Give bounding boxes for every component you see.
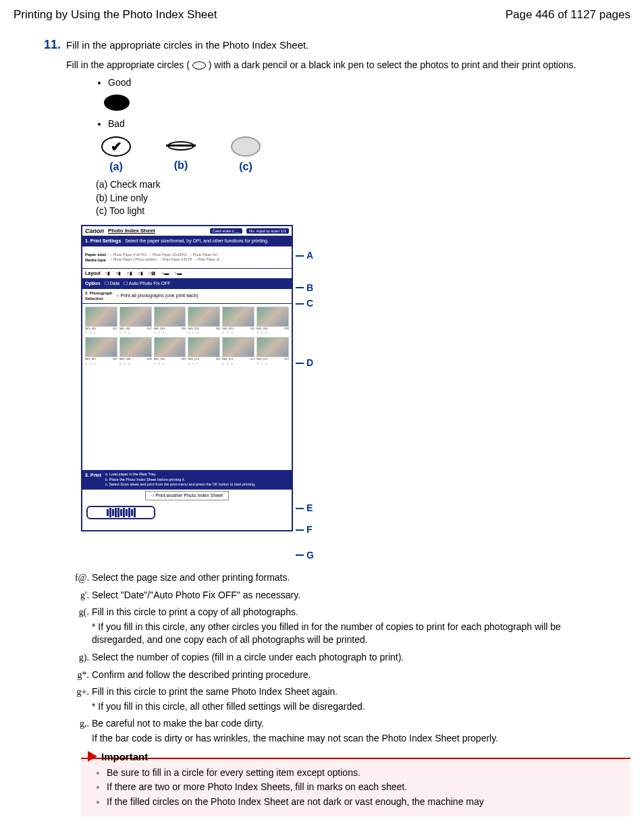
sheet-brand: Canon — [85, 227, 104, 236]
important-item: If there are two or more Photo Index She… — [107, 781, 624, 794]
index-sheet-figure: Canon Photo Index Sheet Card scan c.__ N… — [81, 225, 630, 562]
page-number: Page 446 of 1127 pages — [506, 7, 630, 23]
important-heading: Important — [101, 750, 148, 764]
sheet-title: Photo Index Sheet — [108, 227, 155, 234]
instruction-post: ) with a dark pencil or a black ink pen … — [206, 59, 576, 70]
bad-c-label: (c) — [225, 159, 266, 174]
instruction-pre: Fill in the appropriate circles ( — [66, 59, 192, 70]
photo-index-sheet: Canon Photo Index Sheet Card scan c.__ N… — [81, 225, 293, 531]
marker-column: A B C D E F G — [296, 225, 314, 562]
good-label: Good — [108, 76, 630, 90]
step-number: 11. — [14, 36, 66, 53]
legend-c: (c) Too light — [96, 205, 630, 218]
legend-b: (b) Line only — [96, 192, 630, 205]
important-section: Important Be sure to fill in a circle fo… — [81, 758, 630, 817]
step-title: Fill in the appropriate circles in the P… — [66, 38, 308, 52]
marker-D: D — [296, 357, 314, 370]
sheet-section-3: 3. Print — [85, 472, 101, 479]
marker-E: E — [296, 502, 314, 515]
line-only-icon — [167, 136, 194, 155]
too-light-icon — [231, 136, 261, 157]
bad-a-label: (a) — [96, 159, 136, 174]
marker-F: F — [296, 523, 314, 537]
doc-title: Printing by Using the Photo Index Sheet — [14, 7, 217, 23]
marker-B: B — [296, 282, 314, 295]
bad-label: Bad — [108, 118, 630, 131]
bad-legend: (a) Check mark (b) Line only (c) Too lig… — [81, 178, 630, 218]
option-label: Option — [85, 280, 101, 287]
barcode-icon — [86, 506, 155, 519]
layout-label: Layout — [85, 270, 101, 277]
paper-label: Paper size/ Media type — [85, 252, 106, 263]
print-steps: a. Load paper in the Rear Tray. b. Place… — [105, 472, 256, 488]
sheet-chip-2: No. input to scan 1/1 — [246, 228, 289, 234]
sheet-section-2: 2. Photograph Selection — [85, 290, 112, 302]
page-header: Printing by Using the Photo Index Sheet … — [14, 7, 630, 23]
oval-icon — [192, 61, 206, 70]
sheet-section-1-text: Select the paper size/format, by DPI, an… — [125, 238, 268, 244]
important-item: If the filled circles on the Photo Index… — [107, 796, 624, 809]
important-item: Be sure to fill in a circle for every se… — [107, 766, 624, 780]
flag-icon — [88, 751, 97, 762]
sheet-section-1: 1. Print Settings — [85, 238, 121, 244]
marker-C: C — [296, 297, 314, 311]
photo-grid: IMG_001001○ ○ ○ IMG_002002○ ○ ○ IMG_0030… — [82, 304, 292, 369]
marker-G: G — [296, 549, 314, 563]
step-heading: 11. Fill in the appropriate circles in t… — [14, 36, 630, 53]
marker-A: A — [296, 249, 314, 263]
definition-list: f@.Select the page size and other printi… — [66, 571, 610, 746]
def-val: Select the page size and other printing … — [92, 571, 610, 585]
step-body: Fill in the appropriate circles ( ) with… — [66, 59, 610, 72]
checkmark-icon: ✔ — [101, 136, 131, 157]
bad-b-label: (b) — [161, 158, 201, 173]
legend-a: (a) Check mark — [96, 178, 630, 192]
bad-examples: ✔ (a) (b) (c) — [96, 136, 630, 174]
def-key: f@. — [66, 571, 92, 585]
sheet-chip-1: Card scan c.__ — [210, 228, 242, 234]
example-section: Good Bad ✔ (a) (b) (c) (a) Check mark (b… — [81, 76, 630, 563]
good-mark-icon — [104, 95, 130, 111]
